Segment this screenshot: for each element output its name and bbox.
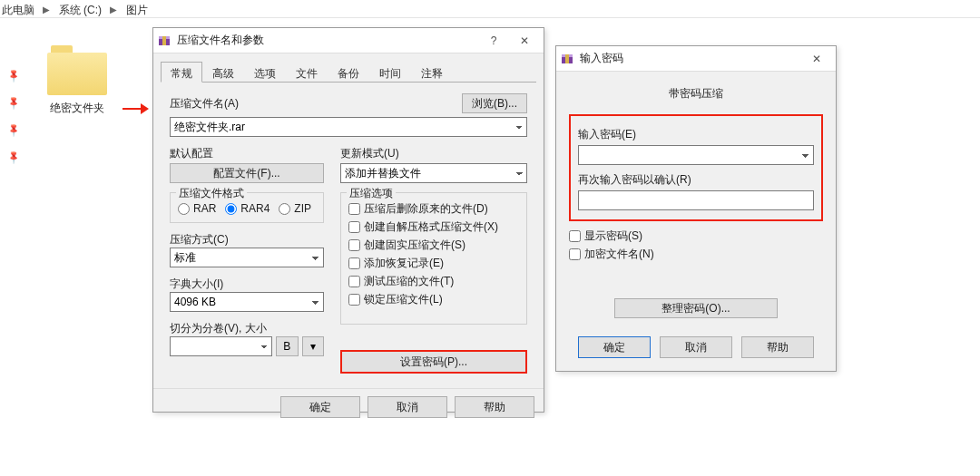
dialog-title: 输入密码: [580, 51, 801, 66]
close-button[interactable]: ✕: [801, 46, 832, 72]
update-mode-label: 更新模式(U): [340, 146, 527, 161]
folder-label: 绝密文件夹: [36, 101, 118, 116]
close-button[interactable]: ✕: [509, 28, 540, 53]
tab-general[interactable]: 常规: [161, 62, 202, 83]
password-dialog: 输入密码 ✕ 带密码压缩 输入密码(E) 再次输入密码以确认(R) 显示密码(S…: [555, 45, 837, 372]
format-rar[interactable]: RAR: [178, 202, 216, 215]
format-rar4[interactable]: RAR4: [225, 202, 270, 215]
set-password-button[interactable]: 设置密码(P)...: [340, 350, 527, 374]
annotation-arrow: [122, 100, 150, 118]
archive-filename-input[interactable]: 绝密文件夹.rar: [170, 117, 527, 137]
confirm-password-label: 再次输入密码以确认(R): [578, 172, 814, 188]
tab-files[interactable]: 文件: [286, 62, 328, 83]
update-mode-select[interactable]: 添加并替换文件: [340, 163, 527, 183]
split-size-input[interactable]: [170, 336, 272, 356]
pin-icon: 📌: [5, 125, 15, 135]
password-confirm-input[interactable]: [578, 190, 814, 210]
organize-passwords-button[interactable]: 整理密码(O)...: [614, 298, 778, 318]
ok-button[interactable]: 确定: [578, 336, 651, 358]
tab-time[interactable]: 时间: [369, 62, 411, 83]
format-group-title: 压缩文件格式: [176, 186, 247, 201]
method-label: 压缩方式(C): [170, 232, 324, 248]
app-icon: [157, 34, 172, 48]
compression-method-select[interactable]: 标准: [170, 248, 324, 267]
dictionary-size-select[interactable]: 4096 KB: [170, 292, 324, 312]
breadcrumb-part[interactable]: 图片: [126, 4, 148, 16]
help-button[interactable]: 帮助: [455, 396, 534, 418]
breadcrumb: 此电脑 ▶ 系统 (C:) ▶ 图片: [0, 0, 980, 18]
titlebar[interactable]: 压缩文件名和参数 ? ✕: [153, 28, 544, 53]
format-group: 压缩文件格式 RAR RAR4 ZIP: [170, 192, 324, 223]
cancel-button[interactable]: 取消: [368, 396, 447, 418]
ok-button[interactable]: 确定: [280, 396, 360, 418]
breadcrumb-part[interactable]: 系统 (C:): [59, 4, 102, 16]
help-button[interactable]: ?: [478, 28, 509, 53]
svg-rect-5: [565, 54, 569, 63]
enter-password-label: 输入密码(E): [578, 127, 814, 142]
chevron-right-icon: ▶: [43, 1, 50, 19]
dict-label: 字典大小(I): [170, 277, 324, 292]
help-button[interactable]: 帮助: [741, 336, 814, 358]
dialog-buttons: 确定 取消 帮助: [556, 327, 836, 367]
folder-icon: [45, 45, 109, 95]
app-icon: [560, 52, 574, 66]
explorer-pane: 📌 📌 📌 📌 绝密文件夹: [0, 18, 150, 476]
tabstrip: 常规 高级 选项 文件 备份 时间 注释: [161, 61, 536, 83]
opt-sfx[interactable]: 创建自解压格式压缩文件(X): [348, 219, 498, 235]
cancel-button[interactable]: 取消: [660, 336, 732, 358]
default-config-label: 默认配置: [170, 146, 324, 161]
browse-button[interactable]: 浏览(B)...: [462, 93, 527, 113]
options-group: 压缩选项 压缩后删除原来的文件(D) 创建自解压格式压缩文件(X) 创建固实压缩…: [340, 192, 527, 325]
password-subtitle: 带密码压缩: [569, 86, 823, 102]
breadcrumb-part[interactable]: 此电脑: [2, 4, 34, 16]
tab-comment[interactable]: 注释: [411, 62, 453, 83]
opt-test[interactable]: 测试压缩的文件(T): [348, 274, 454, 289]
options-group-title: 压缩选项: [347, 186, 396, 201]
dialog-title: 压缩文件名和参数: [177, 33, 478, 48]
chevron-right-icon: ▶: [110, 1, 117, 19]
pin-icon: 📌: [5, 71, 15, 81]
filename-label: 压缩文件名(A): [170, 96, 239, 112]
format-zip[interactable]: ZIP: [279, 202, 311, 215]
encrypt-filenames-checkbox[interactable]: 加密文件名(N): [569, 247, 654, 262]
tab-backup[interactable]: 备份: [328, 62, 369, 83]
opt-solid[interactable]: 创建固实压缩文件(S): [348, 238, 466, 253]
split-unit-button[interactable]: B: [276, 336, 298, 356]
config-button[interactable]: 配置文件(F)...: [170, 163, 324, 183]
dialog-buttons: 确定 取消 帮助: [153, 388, 544, 425]
pin-icon: 📌: [5, 98, 15, 108]
split-label: 切分为分卷(V), 大小: [170, 321, 324, 336]
show-password-checkbox[interactable]: 显示密码(S): [569, 228, 642, 244]
svg-rect-2: [162, 36, 166, 45]
pin-icon: 📌: [5, 152, 15, 162]
tab-options[interactable]: 选项: [244, 62, 286, 83]
tab-advanced[interactable]: 高级: [202, 62, 244, 83]
split-unit-dropdown[interactable]: ▾: [302, 336, 324, 356]
opt-delete-after[interactable]: 压缩后删除原来的文件(D): [348, 201, 488, 217]
password-fields-group: 输入密码(E) 再次输入密码以确认(R): [569, 114, 823, 221]
password-input[interactable]: [578, 145, 814, 165]
opt-recovery[interactable]: 添加恢复记录(E): [348, 256, 444, 271]
folder-item[interactable]: 绝密文件夹: [36, 45, 118, 116]
archive-dialog: 压缩文件名和参数 ? ✕ 常规 高级 选项 文件 备份 时间 注释 压缩文件名(…: [152, 27, 544, 413]
opt-lock[interactable]: 锁定压缩文件(L): [348, 292, 443, 307]
titlebar[interactable]: 输入密码 ✕: [556, 46, 836, 72]
